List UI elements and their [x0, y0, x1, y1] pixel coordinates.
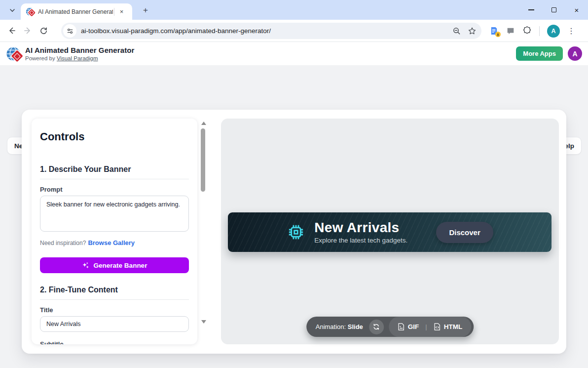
- banner-subtitle: Explore the latest tech gadgets.: [314, 237, 407, 244]
- sparkles-icon: [82, 262, 89, 269]
- app-title: AI Animated Banner Generator: [25, 46, 134, 54]
- zoom-icon[interactable]: [452, 27, 461, 35]
- reload-button[interactable]: [36, 23, 51, 39]
- section-describe-banner: 1. Describe Your Banner: [40, 165, 131, 174]
- export-gif-button[interactable]: GIF: [398, 323, 419, 330]
- title-input[interactable]: [40, 316, 189, 332]
- animation-bar: Animation: Slide GIF | HTML: [306, 317, 474, 337]
- tab-search-button[interactable]: [5, 4, 20, 16]
- favicon-visual-paradigm: [26, 7, 34, 16]
- powered-by: Powered by Visual Paradigm: [25, 55, 134, 61]
- pill-separator: |: [425, 323, 427, 330]
- new-tab-button[interactable]: +: [139, 5, 152, 16]
- prompt-label: Prompt: [40, 186, 63, 193]
- controls-heading: Controls: [40, 130, 84, 143]
- tab-close-icon[interactable]: ×: [117, 7, 126, 16]
- toolbar-separator: [539, 26, 540, 36]
- html-label: HTML: [444, 323, 463, 330]
- tab-divider: [114, 8, 114, 16]
- forward-arrow-icon: [23, 26, 32, 35]
- controls-scrollbar[interactable]: [200, 121, 207, 325]
- replay-animation-button[interactable]: [369, 320, 384, 334]
- subtitle-label: Subtitle: [40, 340, 64, 344]
- reading-list-extension-icon[interactable]: [489, 26, 499, 36]
- project-toolbar: New Load Save Import Export Hel: [0, 65, 588, 94]
- back-arrow-icon: [7, 26, 16, 35]
- scroll-up-arrow-icon[interactable]: [201, 122, 206, 125]
- window-maximize-button[interactable]: [543, 0, 565, 20]
- download-badge-icon: [495, 32, 501, 37]
- browser-titlebar: AI Animated Banner Generator × + ×: [0, 0, 588, 20]
- browser-toolbar: ai-toolbox.visual-paradigm.com/app/anima…: [0, 20, 588, 42]
- section-divider: [40, 299, 189, 300]
- inspiration-text: Need inspiration?: [40, 240, 86, 246]
- more-apps-button[interactable]: More Apps: [516, 46, 563, 61]
- main-card: Controls 1. Describe Your Banner Prompt …: [22, 110, 566, 354]
- gif-file-icon: [398, 323, 404, 330]
- maximize-icon: [551, 7, 556, 12]
- browser-menu-icon[interactable]: ⋮: [567, 26, 575, 36]
- generate-banner-label: Generate Banner: [94, 262, 147, 269]
- inspiration-row: Need inspiration?Browse Gallery: [40, 239, 135, 246]
- tab-title: AI Animated Banner Generator: [38, 8, 113, 15]
- url-text[interactable]: ai-toolbox.visual-paradigm.com/app/anima…: [81, 27, 452, 35]
- visual-paradigm-logo: [6, 46, 21, 61]
- window-close-button[interactable]: ×: [565, 0, 588, 20]
- screen: AI Animated Banner Generator × + × ai-to…: [0, 0, 588, 368]
- banner-preview: New Arrivals Explore the latest tech gad…: [228, 212, 551, 252]
- animation-label: Animation:: [316, 323, 346, 330]
- forward-button[interactable]: [20, 23, 36, 39]
- section-divider: [40, 179, 189, 179]
- browser-tab[interactable]: AI Animated Banner Generator ×: [21, 3, 132, 20]
- feedback-bubble-icon[interactable]: [506, 27, 515, 36]
- section-fine-tune: 2. Fine-Tune Content: [40, 286, 118, 294]
- reload-icon: [39, 27, 48, 35]
- export-html-button[interactable]: HTML: [434, 323, 463, 330]
- app-user-avatar[interactable]: A: [568, 46, 582, 61]
- refresh-icon: [372, 323, 380, 330]
- site-settings-icon[interactable]: [63, 24, 76, 38]
- window-controls: ×: [520, 0, 588, 20]
- scroll-down-arrow-icon[interactable]: [201, 320, 206, 324]
- bookmark-star-icon[interactable]: [468, 27, 477, 36]
- chevron-down-icon: [9, 7, 15, 13]
- microchip-icon: [286, 222, 306, 242]
- animation-status: Animation: Slide: [316, 323, 363, 330]
- gif-label: GIF: [408, 323, 419, 330]
- app-header: AI Animated Banner Generator Powered by …: [0, 42, 588, 65]
- close-icon: ×: [575, 6, 579, 14]
- minimize-icon: [528, 9, 534, 10]
- scrollbar-thumb[interactable]: [201, 128, 205, 192]
- title-label: Title: [40, 306, 53, 314]
- prompt-textarea[interactable]: Sleek banner for new electronic gadgets …: [40, 196, 189, 232]
- address-bar[interactable]: ai-toolbox.visual-paradigm.com/app/anima…: [61, 23, 481, 39]
- browser-profile-avatar[interactable]: A: [547, 25, 560, 38]
- generate-banner-button[interactable]: Generate Banner: [40, 257, 189, 273]
- extensions-puzzle-icon[interactable]: [522, 26, 532, 36]
- visual-paradigm-link[interactable]: Visual Paradigm: [57, 55, 98, 61]
- back-button[interactable]: [4, 23, 20, 39]
- preview-panel: New Arrivals Explore the latest tech gad…: [221, 119, 559, 344]
- browse-gallery-link[interactable]: Browse Gallery: [88, 239, 135, 246]
- export-pill: GIF | HTML: [389, 317, 471, 337]
- powered-by-prefix: Powered by: [25, 55, 55, 61]
- discover-button[interactable]: Discover: [436, 222, 493, 243]
- animation-value: Slide: [348, 323, 363, 330]
- window-minimize-button[interactable]: [520, 0, 543, 20]
- banner-title: New Arrivals: [314, 220, 407, 235]
- html-file-icon: [434, 323, 441, 330]
- controls-panel: Controls 1. Describe Your Banner Prompt …: [32, 119, 197, 344]
